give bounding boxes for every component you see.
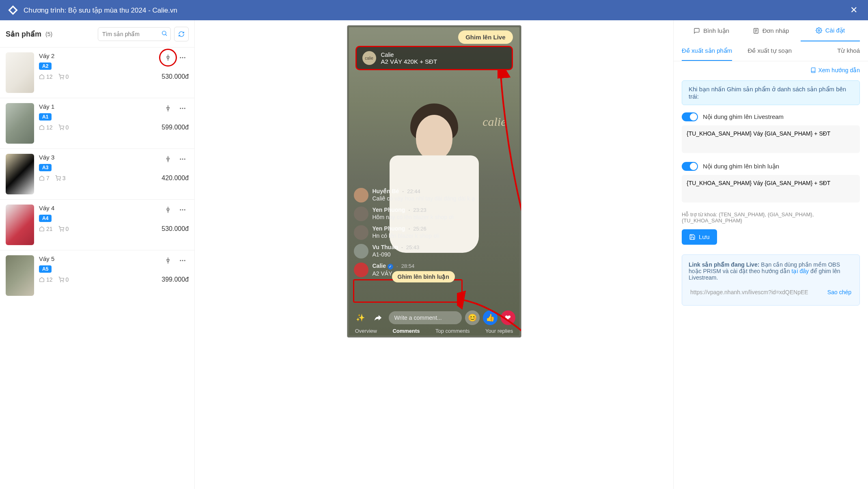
svg-point-19 — [60, 231, 60, 231]
sub-tabs: Đề xuất sản phẩm Đề xuất tự soạn Từ khoá — [674, 41, 868, 61]
link-here[interactable]: tại đây — [792, 268, 809, 274]
close-button[interactable]: ✕ — [847, 3, 861, 17]
stat-stock: 12 — [39, 276, 53, 283]
tab-comment[interactable]: Bình luận — [682, 20, 741, 41]
products-title: Sản phẩm — [6, 30, 41, 39]
live-link-input[interactable] — [689, 286, 822, 299]
stat-stock: 12 — [39, 73, 53, 80]
product-item[interactable]: Váy 2 A2 12 0 530.000đ — [0, 47, 194, 98]
product-badge: A2 — [39, 62, 52, 70]
live-pin-name: Calie — [381, 52, 437, 58]
guide-link[interactable]: Xem hướng dẫn — [810, 67, 860, 73]
phone-tab[interactable]: Overview — [355, 328, 377, 334]
keywords-hint: Hỗ trợ từ khoá: {TEN_SAN_PHAM}, {GIA_SAN… — [674, 211, 868, 229]
svg-point-23 — [184, 260, 185, 261]
products-panel: Sản phẩm (5) — [0, 20, 195, 489]
heart-icon[interactable]: ❤ — [501, 310, 515, 325]
live-comments-area: Huyền Bé·22:44 Caliê có váy hoa nhí tay … — [354, 188, 515, 277]
live-link-box: Link sản phẩm đang Live: Bạn cần dùng ph… — [682, 254, 860, 306]
product-image — [6, 52, 34, 93]
comment-time: 25:26 — [413, 226, 426, 232]
comment-avatar — [354, 207, 368, 221]
product-item[interactable]: Váy 3 A3 7 3 420.000đ — [0, 149, 194, 199]
more-button[interactable] — [177, 52, 189, 64]
phone-tab[interactable]: Top comments — [435, 328, 470, 334]
copy-button[interactable]: Sao chép — [826, 287, 853, 298]
product-price: 530.000đ — [162, 73, 189, 80]
search-icon — [161, 30, 168, 38]
phone-tab[interactable]: Your replies — [485, 328, 513, 334]
comment-author: Yen Phuong — [373, 225, 405, 232]
pin-button[interactable] — [162, 254, 174, 267]
pin-button[interactable] — [162, 204, 174, 216]
comment-avatar — [354, 188, 368, 202]
subtab-keyword[interactable]: Từ khoá — [837, 41, 860, 61]
svg-point-13 — [184, 159, 185, 160]
like-icon[interactable]: 👍 — [483, 310, 498, 325]
comment-time: 23:23 — [413, 207, 426, 213]
app-header: Chương trình: Bộ sưu tập mùa thu 2024 - … — [0, 0, 868, 20]
comment-time: 25:43 — [406, 244, 420, 250]
subtab-suggest[interactable]: Đề xuất sản phẩm — [682, 41, 732, 61]
refresh-button[interactable] — [174, 27, 189, 41]
svg-point-3 — [184, 57, 185, 58]
save-button[interactable]: Lưu — [682, 229, 717, 245]
product-item[interactable]: Váy 5 A5 12 0 399.000đ — [0, 250, 194, 301]
products-count: (5) — [45, 31, 52, 37]
live-pinned-banner: calie Calie A2 VÁY 420K + SĐT — [355, 46, 513, 70]
share-icon[interactable] — [371, 310, 386, 325]
emoji-icon[interactable]: 😊 — [465, 310, 480, 325]
stat-cart: 0 — [58, 226, 69, 232]
svg-point-5 — [63, 79, 63, 79]
svg-point-11 — [180, 159, 181, 160]
product-badge: A3 — [39, 164, 52, 171]
subtab-auto[interactable]: Đề xuất tự soạn — [747, 41, 792, 61]
product-item[interactable]: Váy 4 A4 21 0 530.000đ — [0, 199, 194, 250]
product-price: 420.000đ — [162, 174, 189, 182]
comment-avatar — [354, 244, 368, 259]
svg-point-14 — [57, 180, 57, 181]
svg-point-24 — [60, 282, 60, 282]
svg-point-6 — [180, 108, 181, 109]
live-preview-panel: Ghim lên Live calie Calie A2 VÁY 420K + … — [195, 20, 673, 489]
stat-cart: 3 — [55, 175, 66, 181]
more-button[interactable] — [177, 254, 189, 267]
stat-stock: 12 — [39, 124, 53, 131]
phone-tabs: OverviewCommentsTop commentsYour replies — [347, 326, 521, 336]
svg-point-21 — [180, 260, 181, 261]
comment-input[interactable]: Write a comment... — [389, 311, 462, 324]
link-label: Link sản phẩm đang Live: — [689, 261, 759, 268]
comment-avatar — [354, 225, 368, 240]
search-input[interactable] — [98, 27, 171, 41]
toggle-comment[interactable] — [682, 162, 698, 171]
comment-author: Huyền Bé — [373, 188, 399, 194]
svg-point-15 — [60, 180, 60, 181]
phone-tab[interactable]: Comments — [392, 328, 420, 334]
livestream-template-input[interactable] — [682, 125, 860, 153]
product-badge: A4 — [39, 215, 52, 222]
product-price: 599.000đ — [162, 124, 189, 131]
tab-draft[interactable]: Đơn nháp — [741, 20, 800, 41]
svg-point-9 — [60, 129, 60, 130]
comment-template-input[interactable] — [682, 175, 860, 202]
live-pin-label: Ghim lên Live — [458, 30, 513, 44]
svg-point-0 — [162, 31, 166, 35]
tab-settings[interactable]: Cài đặt — [801, 20, 860, 41]
svg-point-4 — [60, 79, 60, 79]
svg-point-7 — [182, 108, 183, 109]
sticker-icon[interactable]: ✨ — [353, 310, 368, 325]
pin-button[interactable] — [162, 52, 174, 64]
more-button[interactable] — [177, 204, 189, 216]
product-list: Váy 2 A2 12 0 530.000đ Váy 1 A1 — [0, 47, 194, 301]
svg-point-10 — [63, 129, 63, 130]
svg-point-27 — [818, 30, 820, 31]
pin-button[interactable] — [162, 102, 174, 114]
more-button[interactable] — [177, 102, 189, 114]
svg-point-20 — [63, 231, 63, 231]
pin-button[interactable] — [162, 153, 174, 165]
toggle-livestream[interactable] — [682, 112, 698, 121]
more-button[interactable] — [177, 153, 189, 165]
product-item[interactable]: Váy 1 A1 12 0 599.000đ — [0, 98, 194, 149]
product-image — [6, 255, 34, 296]
product-image — [6, 154, 34, 194]
